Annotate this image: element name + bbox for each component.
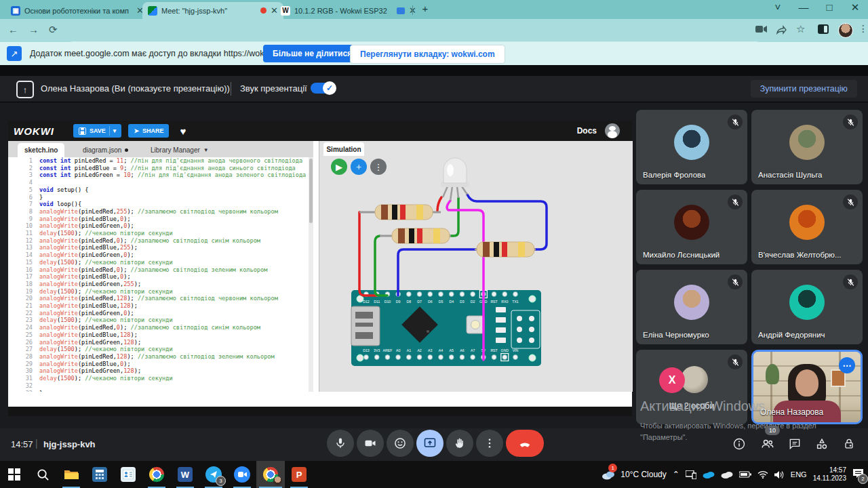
- code-line[interactable]: 9analogWrite(pinLedBlue,0);: [8, 216, 309, 223]
- code-line[interactable]: 13analogWrite(pinLedBlue,255);: [8, 244, 309, 251]
- battery-icon[interactable]: [739, 471, 751, 478]
- profile-avatar[interactable]: [838, 23, 853, 38]
- code-line[interactable]: 30analogWrite(pinLedGreen,128);: [8, 367, 309, 375]
- tab-library-manager[interactable]: Library Manager▼: [144, 143, 216, 157]
- self-video-tile[interactable]: ⋯ Олена Назарова: [751, 350, 863, 424]
- code-line[interactable]: 3const int pinLedGreen = 10; //пін для п…: [8, 171, 309, 179]
- notification-center-button[interactable]: 2: [852, 468, 864, 481]
- start-button[interactable]: [0, 461, 28, 488]
- board-pin[interactable]: [364, 355, 369, 360]
- board-pin[interactable]: [396, 355, 401, 360]
- mic-button[interactable]: [327, 430, 354, 457]
- board-pin[interactable]: [492, 292, 496, 297]
- code-line[interactable]: 20analogWrite(pinLedRed,128); //запалюєм…: [8, 295, 309, 302]
- stop-presentation-button[interactable]: Зупинити презентацію: [751, 80, 857, 98]
- forward-button[interactable]: →: [28, 24, 39, 35]
- tray-expand-icon[interactable]: ⌃: [673, 470, 679, 479]
- tray-clock[interactable]: 14:57 14.11.2023: [813, 466, 846, 483]
- board-pin[interactable]: [460, 355, 465, 360]
- board-pin[interactable]: [513, 292, 518, 297]
- raise-hand-button[interactable]: [446, 430, 473, 457]
- bookmark-star-icon[interactable]: ☆: [796, 23, 805, 35]
- participant-tile[interactable]: Андрій Федорянич: [751, 270, 863, 344]
- code-line[interactable]: 14analogWrite(pinLedGreen,0);: [8, 251, 309, 259]
- code-line[interactable]: 7void loop(){: [8, 201, 309, 208]
- board-pin[interactable]: [513, 355, 518, 360]
- code-line[interactable]: 31delay(1500); //чекаємо півтори секунди: [8, 375, 309, 382]
- more-options-button[interactable]: [476, 430, 503, 457]
- code-line[interactable]: 1const int pinLedRed = 11; //пін для під…: [8, 157, 309, 165]
- participant-tile[interactable]: Анастасія Шульга: [751, 110, 863, 184]
- tab-sketch-ino[interactable]: sketch.ino: [18, 143, 64, 157]
- powerpoint-button[interactable]: P: [285, 461, 313, 488]
- board-pin[interactable]: [417, 355, 422, 360]
- volume-icon[interactable]: [774, 470, 785, 479]
- board-pin[interactable]: [449, 292, 454, 297]
- board-pin[interactable]: [406, 355, 411, 360]
- present-button[interactable]: [416, 430, 443, 457]
- code-line[interactable]: 15delay(1500); //чекаємо півтори секунди: [8, 259, 309, 266]
- chrome-button[interactable]: [142, 461, 171, 488]
- code-line[interactable]: 19delay(1500); //чекаємо півтори секунди: [8, 288, 309, 296]
- code-line[interactable]: 21analogWrite(pinLedBlue,128);: [8, 302, 309, 310]
- show-participants-button[interactable]: [760, 436, 776, 452]
- code-editor[interactable]: 1const int pinLedRed = 11; //пін для під…: [8, 157, 309, 392]
- taskbar-search-button[interactable]: [28, 461, 57, 488]
- code-line[interactable]: 4: [8, 179, 309, 186]
- board-pin[interactable]: [428, 355, 433, 360]
- file-explorer-button[interactable]: [57, 461, 85, 488]
- messenger-button[interactable]: 3: [199, 461, 228, 488]
- board-pin[interactable]: [439, 292, 443, 297]
- presentation-sound-toggle[interactable]: ✓: [311, 83, 335, 94]
- view-shared-tab-button[interactable]: Переглянути вкладку: wokwi.com: [350, 45, 505, 64]
- share-button[interactable]: ➤ SHARE: [128, 124, 169, 138]
- devices-icon[interactable]: [686, 470, 696, 479]
- save-menu-caret-icon[interactable]: ▾: [113, 127, 117, 134]
- host-controls-button[interactable]: [841, 436, 857, 452]
- end-call-button[interactable]: [506, 430, 544, 457]
- wifi-icon[interactable]: [757, 470, 768, 479]
- code-line[interactable]: 8analogWrite(pinLedRed,255); //запалюємо…: [8, 208, 309, 216]
- circuit-diagram[interactable]: D12D11D10D9D8D7D6D5D4D3D2GNDRSTRX0TX1 D1…: [319, 141, 632, 407]
- activities-button[interactable]: [814, 436, 830, 452]
- participant-tile[interactable]: Еліна Черномурко: [636, 270, 747, 344]
- tab-wokwi[interactable]: W 10.1.2 RGB - Wokwi ESP32 ✕: [275, 2, 422, 19]
- browser-menu-icon[interactable]: ⋮: [859, 23, 868, 34]
- chrome-active-button[interactable]: [256, 461, 285, 488]
- stop-sharing-button[interactable]: Більше не ділитися: [263, 45, 361, 62]
- calculator-button[interactable]: [85, 461, 114, 488]
- board-pin[interactable]: [502, 355, 507, 360]
- reload-button[interactable]: ⟳: [49, 24, 58, 36]
- close-window-button[interactable]: ✕: [846, 1, 864, 14]
- code-line[interactable]: 5void setup() {: [8, 186, 309, 194]
- tab-search-icon[interactable]: ˅: [769, 1, 787, 13]
- meeting-details-button[interactable]: [731, 436, 747, 452]
- chat-button[interactable]: [787, 436, 803, 452]
- new-tab-button[interactable]: +: [416, 3, 434, 14]
- camera-button[interactable]: [357, 430, 384, 457]
- board-pin[interactable]: [374, 355, 379, 360]
- code-line[interactable]: 18analogWrite(pinLedGreen,255);: [8, 281, 309, 288]
- participant-tile[interactable]: Михайло Лєсницький: [636, 190, 747, 264]
- zoom-button[interactable]: [228, 461, 256, 488]
- cloud-sync-icon[interactable]: [721, 470, 733, 479]
- board-pin[interactable]: [428, 292, 433, 297]
- weather-widget[interactable]: 1 10°C Cloudy: [601, 469, 667, 480]
- code-line[interactable]: 32: [8, 382, 309, 390]
- camera-in-use-icon[interactable]: [755, 24, 768, 37]
- maximize-button[interactable]: □: [821, 1, 838, 13]
- board-pin[interactable]: [471, 355, 475, 360]
- code-line[interactable]: 16analogWrite(pinLedRed,0); //запалюємо …: [8, 266, 309, 274]
- participant-tile[interactable]: Валерія Фролова: [636, 110, 747, 184]
- code-line[interactable]: 12analogWrite(pinLedRed,0); //запалюємо …: [8, 237, 309, 245]
- code-line[interactable]: 6}: [8, 194, 309, 201]
- code-line[interactable]: 25analogWrite(pinLedBlue,128);: [8, 331, 309, 339]
- board-pin[interactable]: [502, 292, 507, 297]
- reactions-button[interactable]: [387, 430, 414, 457]
- tab-classroom[interactable]: ▣ Основи робототехніки та комп ✕: [5, 2, 149, 19]
- save-button[interactable]: SAVE ▾: [73, 124, 121, 138]
- code-line[interactable]: 17analogWrite(pinLedBlue,0);: [8, 273, 309, 281]
- contacts-app-button[interactable]: [114, 461, 142, 488]
- participant-tile[interactable]: В'ячеслав Желтобрю...: [751, 190, 863, 264]
- language-indicator[interactable]: ENG: [791, 470, 807, 479]
